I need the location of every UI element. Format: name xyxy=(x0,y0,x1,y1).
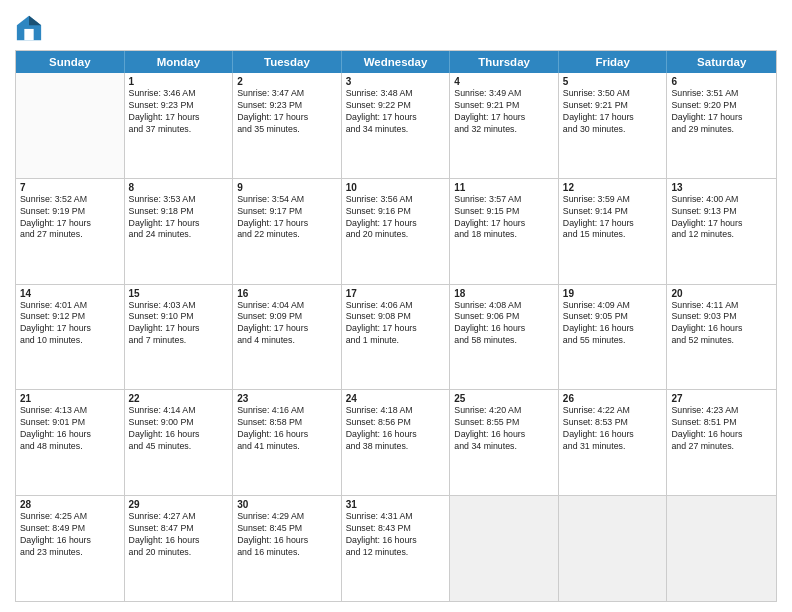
cell-info-line: Daylight: 17 hours xyxy=(346,112,446,124)
cell-info-line: Daylight: 16 hours xyxy=(237,429,337,441)
cell-info-line: Daylight: 17 hours xyxy=(237,112,337,124)
cell-info-line: and 35 minutes. xyxy=(237,124,337,136)
cell-info-line: Daylight: 16 hours xyxy=(346,535,446,547)
cell-info-line: Sunset: 9:22 PM xyxy=(346,100,446,112)
day-number: 8 xyxy=(129,182,229,193)
day-number: 21 xyxy=(20,393,120,404)
svg-marker-1 xyxy=(29,16,41,25)
cell-info-line: Daylight: 16 hours xyxy=(20,429,120,441)
day-cell-15: 15Sunrise: 4:03 AMSunset: 9:10 PMDayligh… xyxy=(125,285,234,390)
cell-info-line: Sunrise: 3:57 AM xyxy=(454,194,554,206)
calendar: SundayMondayTuesdayWednesdayThursdayFrid… xyxy=(15,50,777,602)
day-cell-2: 2Sunrise: 3:47 AMSunset: 9:23 PMDaylight… xyxy=(233,73,342,178)
cell-info-line: Sunset: 9:08 PM xyxy=(346,311,446,323)
day-cell-9: 9Sunrise: 3:54 AMSunset: 9:17 PMDaylight… xyxy=(233,179,342,284)
cell-info-line: Sunset: 8:43 PM xyxy=(346,523,446,535)
day-header-wednesday: Wednesday xyxy=(342,51,451,73)
cell-info-line: Sunrise: 4:14 AM xyxy=(129,405,229,417)
cell-info-line: Sunset: 8:45 PM xyxy=(237,523,337,535)
cell-info-line: and 20 minutes. xyxy=(129,547,229,559)
cell-info-line: Sunrise: 3:52 AM xyxy=(20,194,120,206)
cell-info-line: Daylight: 17 hours xyxy=(346,323,446,335)
day-number: 23 xyxy=(237,393,337,404)
cell-info-line: Sunset: 9:23 PM xyxy=(129,100,229,112)
cell-info-line: and 10 minutes. xyxy=(20,335,120,347)
cell-info-line: Daylight: 17 hours xyxy=(346,218,446,230)
day-number: 25 xyxy=(454,393,554,404)
cell-info-line: Sunset: 8:55 PM xyxy=(454,417,554,429)
cell-info-line: and 41 minutes. xyxy=(237,441,337,453)
day-cell-30: 30Sunrise: 4:29 AMSunset: 8:45 PMDayligh… xyxy=(233,496,342,601)
cell-info-line: Sunrise: 3:54 AM xyxy=(237,194,337,206)
day-cell-17: 17Sunrise: 4:06 AMSunset: 9:08 PMDayligh… xyxy=(342,285,451,390)
day-cell-12: 12Sunrise: 3:59 AMSunset: 9:14 PMDayligh… xyxy=(559,179,668,284)
cell-info-line: and 34 minutes. xyxy=(454,441,554,453)
day-cell-11: 11Sunrise: 3:57 AMSunset: 9:15 PMDayligh… xyxy=(450,179,559,284)
day-cell-24: 24Sunrise: 4:18 AMSunset: 8:56 PMDayligh… xyxy=(342,390,451,495)
cell-info-line: Sunrise: 4:27 AM xyxy=(129,511,229,523)
cell-info-line: Daylight: 17 hours xyxy=(129,112,229,124)
day-number: 26 xyxy=(563,393,663,404)
calendar-week-5: 28Sunrise: 4:25 AMSunset: 8:49 PMDayligh… xyxy=(16,496,776,601)
cell-info-line: Daylight: 17 hours xyxy=(454,218,554,230)
cell-info-line: Daylight: 17 hours xyxy=(20,323,120,335)
day-number: 29 xyxy=(129,499,229,510)
cell-info-line: and 38 minutes. xyxy=(346,441,446,453)
cell-info-line: Daylight: 17 hours xyxy=(20,218,120,230)
day-cell-28: 28Sunrise: 4:25 AMSunset: 8:49 PMDayligh… xyxy=(16,496,125,601)
day-number: 5 xyxy=(563,76,663,87)
cell-info-line: Daylight: 16 hours xyxy=(454,323,554,335)
logo xyxy=(15,14,47,42)
day-cell-18: 18Sunrise: 4:08 AMSunset: 9:06 PMDayligh… xyxy=(450,285,559,390)
cell-info-line: Daylight: 16 hours xyxy=(20,535,120,547)
day-number: 30 xyxy=(237,499,337,510)
cell-info-line: and 27 minutes. xyxy=(671,441,772,453)
day-number: 2 xyxy=(237,76,337,87)
cell-info-line: Daylight: 17 hours xyxy=(237,218,337,230)
cell-info-line: Daylight: 16 hours xyxy=(563,323,663,335)
cell-info-line: Sunset: 9:18 PM xyxy=(129,206,229,218)
cell-info-line: and 27 minutes. xyxy=(20,229,120,241)
day-cell-16: 16Sunrise: 4:04 AMSunset: 9:09 PMDayligh… xyxy=(233,285,342,390)
day-number: 16 xyxy=(237,288,337,299)
cell-info-line: Sunrise: 3:46 AM xyxy=(129,88,229,100)
empty-cell-4-5 xyxy=(559,496,668,601)
day-cell-3: 3Sunrise: 3:48 AMSunset: 9:22 PMDaylight… xyxy=(342,73,451,178)
cell-info-line: Sunrise: 4:08 AM xyxy=(454,300,554,312)
cell-info-line: Sunrise: 4:06 AM xyxy=(346,300,446,312)
cell-info-line: and 34 minutes. xyxy=(346,124,446,136)
day-number: 18 xyxy=(454,288,554,299)
cell-info-line: Sunset: 9:12 PM xyxy=(20,311,120,323)
cell-info-line: Sunset: 9:19 PM xyxy=(20,206,120,218)
day-cell-26: 26Sunrise: 4:22 AMSunset: 8:53 PMDayligh… xyxy=(559,390,668,495)
day-header-thursday: Thursday xyxy=(450,51,559,73)
cell-info-line: and 37 minutes. xyxy=(129,124,229,136)
cell-info-line: Sunset: 9:09 PM xyxy=(237,311,337,323)
day-header-saturday: Saturday xyxy=(667,51,776,73)
cell-info-line: Sunset: 8:47 PM xyxy=(129,523,229,535)
cell-info-line: Daylight: 16 hours xyxy=(671,323,772,335)
cell-info-line: Sunset: 9:15 PM xyxy=(454,206,554,218)
cell-info-line: and 7 minutes. xyxy=(129,335,229,347)
cell-info-line: Daylight: 16 hours xyxy=(129,535,229,547)
cell-info-line: and 45 minutes. xyxy=(129,441,229,453)
cell-info-line: Sunset: 9:10 PM xyxy=(129,311,229,323)
cell-info-line: Sunrise: 4:00 AM xyxy=(671,194,772,206)
empty-cell-4-6 xyxy=(667,496,776,601)
cell-info-line: and 30 minutes. xyxy=(563,124,663,136)
day-cell-19: 19Sunrise: 4:09 AMSunset: 9:05 PMDayligh… xyxy=(559,285,668,390)
cell-info-line: Sunrise: 4:18 AM xyxy=(346,405,446,417)
empty-cell-0-0 xyxy=(16,73,125,178)
day-number: 20 xyxy=(671,288,772,299)
cell-info-line: and 48 minutes. xyxy=(20,441,120,453)
day-number: 17 xyxy=(346,288,446,299)
day-cell-27: 27Sunrise: 4:23 AMSunset: 8:51 PMDayligh… xyxy=(667,390,776,495)
cell-info-line: Sunset: 9:20 PM xyxy=(671,100,772,112)
cell-info-line: and 1 minute. xyxy=(346,335,446,347)
cell-info-line: and 12 minutes. xyxy=(671,229,772,241)
cell-info-line: Sunrise: 4:23 AM xyxy=(671,405,772,417)
calendar-week-2: 7Sunrise: 3:52 AMSunset: 9:19 PMDaylight… xyxy=(16,179,776,285)
day-number: 6 xyxy=(671,76,772,87)
cell-info-line: and 18 minutes. xyxy=(454,229,554,241)
cell-info-line: and 55 minutes. xyxy=(563,335,663,347)
